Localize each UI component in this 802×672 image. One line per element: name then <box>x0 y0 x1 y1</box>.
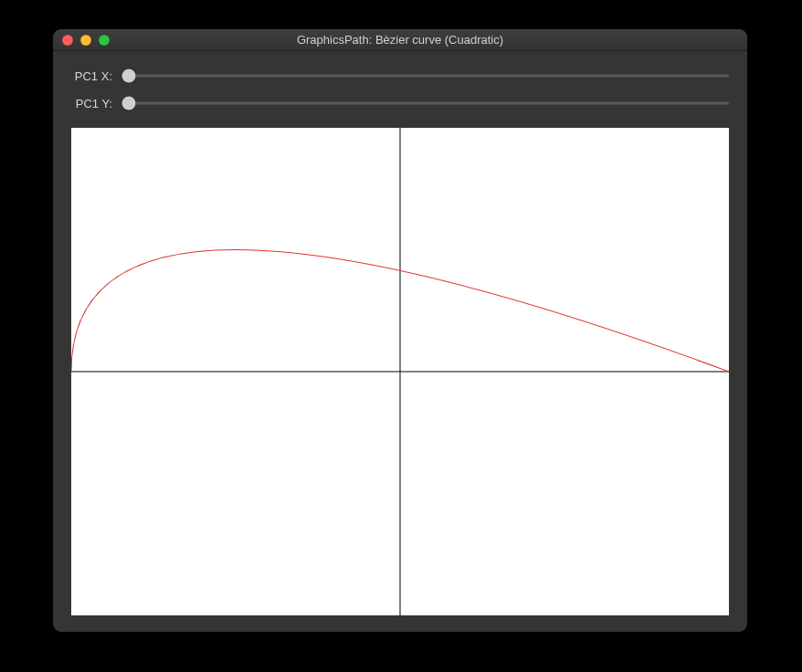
pc1y-slider[interactable] <box>121 94 729 112</box>
pc1x-thumb[interactable] <box>122 69 136 83</box>
close-icon[interactable] <box>62 35 73 46</box>
slider-row-pc1x: PC1 X: <box>71 62 729 89</box>
controls-panel: PC1 X: PC1 Y: <box>53 51 747 124</box>
app-window: GraphicsPath: Bèzier curve (Cuadratic) P… <box>53 29 747 632</box>
zoom-icon[interactable] <box>99 35 110 46</box>
pc1x-label: PC1 X: <box>71 69 112 83</box>
bezier-canvas <box>71 128 729 615</box>
pc1y-label: PC1 Y: <box>71 97 112 110</box>
slider-row-pc1y: PC1 Y: <box>71 89 729 117</box>
pc1y-thumb[interactable] <box>122 97 136 110</box>
window-title: GraphicsPath: Bèzier curve (Cuadratic) <box>53 33 747 47</box>
titlebar[interactable]: GraphicsPath: Bèzier curve (Cuadratic) <box>53 29 747 51</box>
pc1x-slider[interactable] <box>121 67 729 85</box>
traffic-lights <box>53 35 110 46</box>
pc1y-track <box>121 102 729 105</box>
pc1x-track <box>121 75 729 78</box>
minimize-icon[interactable] <box>80 35 91 46</box>
canvas-wrap <box>53 124 747 632</box>
